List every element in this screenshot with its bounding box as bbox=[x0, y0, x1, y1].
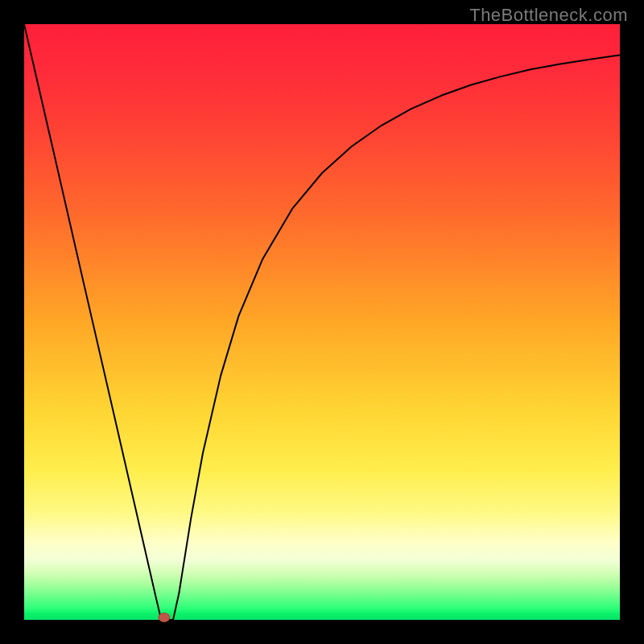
plot-area bbox=[24, 24, 620, 620]
bottleneck-curve-svg bbox=[24, 24, 620, 620]
minimum-marker bbox=[159, 613, 170, 622]
chart-frame: TheBottleneck.com bbox=[0, 0, 644, 644]
bottleneck-curve bbox=[24, 24, 620, 620]
watermark-text: TheBottleneck.com bbox=[469, 5, 628, 26]
